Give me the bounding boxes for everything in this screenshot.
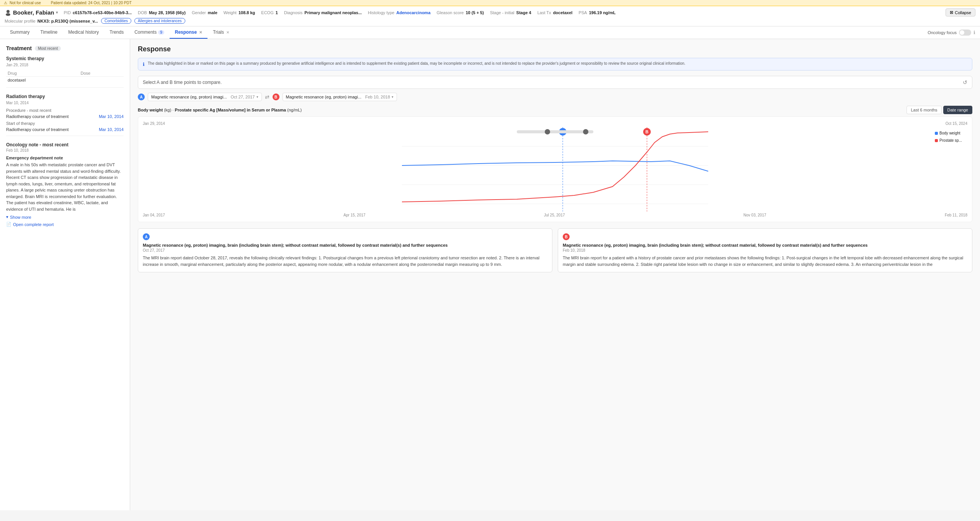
chart-container: Jan 29, 2014 Oct 15, 2024 <box>138 116 972 222</box>
gleason-field: Gleason score 10 (5 + 5) <box>437 10 484 15</box>
refresh-button[interactable]: ↺ <box>963 79 967 85</box>
chart-x-labels: Jan 04, 2017 Apr 15, 2017 Jul 25, 2017 N… <box>143 213 967 217</box>
drug-col-header: Drug <box>6 70 79 77</box>
chart-start-date: Jan 29, 2014 <box>143 121 165 126</box>
tab-response[interactable]: Response ✕ <box>170 26 207 39</box>
chart-legend: Body weight Prostate sp... <box>933 130 964 143</box>
comp-b-title: Magnetic resonance (eg, proton) imaging,… <box>563 242 967 248</box>
compare-row: Select A and B time points to compare. ↺ <box>138 76 972 89</box>
ai-icon: ℹ <box>143 62 145 67</box>
comp-a-badge-row: A <box>143 233 547 240</box>
procedure-name: Radiotherapy course of treatment <box>6 114 69 119</box>
radiation-date: Mar 10, 2014 <box>6 101 124 105</box>
right-panel: Response ℹ The data highlighted in blue … <box>130 39 980 510</box>
tab-timeline[interactable]: Timeline <box>35 26 63 39</box>
comorbidities-link[interactable]: Comorbidities <box>101 18 131 24</box>
b-badge: B <box>273 93 279 100</box>
chevron-down-icon: ▾ <box>392 95 394 99</box>
tab-comments[interactable]: Comments 9 <box>129 26 170 39</box>
procedure-most-recent-label: Procedure - most recent <box>6 108 124 113</box>
open-report-label: Open complete report <box>13 222 54 227</box>
allergies-link[interactable]: Allergies and intolerances <box>134 18 185 24</box>
psa-field: PSA 196.19 ng/mL <box>578 10 616 15</box>
ecog-field: ECOG 1 <box>261 10 278 15</box>
svg-point-0 <box>7 10 10 13</box>
legend-body-weight-label: Body weight <box>939 131 960 135</box>
oncology-focus-label: Oncology focus <box>928 30 957 35</box>
comparison-box-a: A Magnetic resonance (eg, proton) imagin… <box>138 228 552 272</box>
svg-point-1 <box>6 13 10 16</box>
svg-rect-12 <box>517 130 593 133</box>
response-title: Response <box>138 45 972 53</box>
legend-body-weight: Body weight <box>933 130 964 136</box>
response-tab-close[interactable]: ✕ <box>199 30 202 34</box>
procedure-date: Mar 10, 2014 <box>99 114 124 119</box>
comp-a-text: The MRI brain report dated October 28, 2… <box>143 255 547 267</box>
chart-title: Body weight (kg) · Prostate specific Ag … <box>138 108 302 112</box>
start-procedure-name: Radiotherapy course of treatment <box>6 127 69 132</box>
b-scan-dropdown[interactable]: Magnetic resonance (eg, proton) imagi...… <box>283 93 397 101</box>
warning-bar: ⚠ Not for clinical use Patient data upda… <box>0 0 980 6</box>
a-badge: A <box>138 93 145 100</box>
comp-b-text: The MRI brain report for a patient with … <box>563 255 967 267</box>
left-panel: Treatment Most recent Systemic therapy J… <box>0 39 130 510</box>
legend-dot-red <box>935 139 938 142</box>
collapse-button[interactable]: ⊠ Collapse <box>946 8 975 16</box>
start-therapy-label: Start of therapy <box>6 121 124 126</box>
main-content: Treatment Most recent Systemic therapy J… <box>0 39 980 510</box>
ai-notice-text: The data highlighted in blue or marked o… <box>148 61 685 66</box>
oncology-note-section: Oncology note - most recent Feb 10, 2018… <box>6 142 124 227</box>
tab-summary[interactable]: Summary <box>5 26 35 39</box>
oncology-focus-toggle[interactable] <box>959 29 971 36</box>
tab-trials[interactable]: Trials ✕ <box>207 26 235 39</box>
start-procedure-row: Radiotherapy course of treatment Mar 10,… <box>6 127 124 132</box>
svg-point-14 <box>583 129 588 134</box>
chart-header: Body weight (kg) · Prostate specific Ag … <box>138 106 972 114</box>
trials-tab-close[interactable]: ✕ <box>226 30 229 34</box>
comparison-box-b: B Magnetic resonance (eg, proton) imagin… <box>558 228 972 272</box>
oncology-note-text: A male in his 50s with metastatic prosta… <box>6 162 124 212</box>
a-date: Oct 27, 2017 <box>231 95 255 99</box>
date-range-button[interactable]: Date range <box>943 106 972 114</box>
a-scan-label: Magnetic resonance (eg, proton) imagi... <box>151 95 227 99</box>
weight-field: Weight 108.8 kg <box>224 10 255 15</box>
x-label-0: Jan 04, 2017 <box>143 213 165 217</box>
chart-time-range: Jan 29, 2014 Oct 15, 2024 <box>143 121 967 126</box>
dose-col-header: Dose <box>79 70 124 77</box>
b-scan-label: Magnetic resonance (eg, proton) imagi... <box>286 95 362 99</box>
comp-b-date: Feb 10, 2018 <box>563 248 967 252</box>
info-icon: ℹ <box>973 30 975 35</box>
a-scan-dropdown[interactable]: Magnetic resonance (eg, proton) imagi...… <box>148 93 262 101</box>
oncology-note-title: Oncology note - most recent <box>6 142 124 147</box>
comp-a-badge: A <box>143 233 150 240</box>
diagnosis-field: Diagnosis Primary malignant neoplas... <box>284 10 362 15</box>
pid-field: PID c6157b78-ce53-40be-94b9-3... <box>64 10 132 15</box>
oncology-focus-toggle-area: Oncology focus ℹ <box>928 29 975 36</box>
warning-icon: ⚠ <box>4 1 7 5</box>
treatment-section: Treatment Most recent Systemic therapy J… <box>6 45 124 227</box>
swap-icon[interactable]: ⇄ <box>265 94 270 100</box>
histology-field: Histology type Adenocarcinoma <box>368 10 430 15</box>
collapse-icon: ⊠ <box>950 10 953 15</box>
chevron-down-icon[interactable]: ▾ <box>56 10 58 15</box>
most-recent-badge: Most recent <box>35 46 61 51</box>
comments-badge: 9 <box>158 30 164 34</box>
procedure-row: Radiotherapy course of treatment Mar 10,… <box>6 114 124 119</box>
dob-field: DOB May 28, 1958 (66y) <box>138 10 186 15</box>
radiation-section: Radiation therapy Mar 10, 2014 Procedure… <box>6 94 124 132</box>
gender-field: Gender male <box>192 10 217 15</box>
x-label-3: Nov 03, 2017 <box>743 213 766 217</box>
show-more-link[interactable]: ▾ Show more <box>6 215 124 220</box>
tab-trends[interactable]: Trends <box>104 26 129 39</box>
comp-b-badge: B <box>563 233 570 240</box>
svg-point-13 <box>545 129 550 134</box>
patient-name-with-icon: Booker, Fabian ▾ <box>5 9 58 16</box>
chevron-down-icon: ▾ <box>256 95 258 99</box>
chart-svg: A B <box>143 127 967 211</box>
open-report-link[interactable]: 📄 Open complete report <box>6 222 124 227</box>
last-6-months-button[interactable]: Last 6 months <box>906 106 941 114</box>
tab-medical-history[interactable]: Medical history <box>63 26 104 39</box>
tabs-bar: Summary Timeline Medical history Trends … <box>0 26 980 39</box>
systemic-therapy-date: Jan 29, 2018 <box>6 63 124 67</box>
ab-selector: A Magnetic resonance (eg, proton) imagi.… <box>138 93 972 101</box>
